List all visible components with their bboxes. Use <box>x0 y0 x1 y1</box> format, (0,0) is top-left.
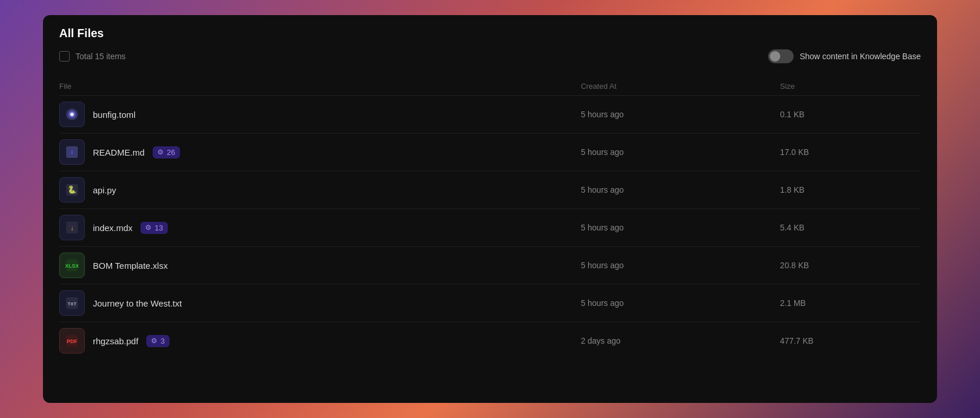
file-size: 2.1 MB <box>780 284 921 322</box>
badge-icon: ⚙ <box>151 337 157 345</box>
file-created-at: 2 days ago <box>575 322 780 360</box>
file-size: 477.7 KB <box>780 322 921 360</box>
col-header-size: Size <box>780 77 921 96</box>
table-row[interactable]: TXT Journey to the West.txt 5 hours ago2… <box>59 284 921 322</box>
file-badge: ⚙26 <box>153 146 179 158</box>
badge-count: 3 <box>160 337 164 345</box>
table-row[interactable]: XLSX BOM Template.xlsx 5 hours ago20.8 K… <box>59 247 921 284</box>
table-row[interactable]: 🐍 api.py 5 hours ago1.8 KB <box>59 171 921 209</box>
toggle-label: Show content in Knowledge Base <box>799 52 921 61</box>
header: All Files Total 15 items Show content in… <box>43 15 937 77</box>
svg-text:PDF: PDF <box>67 338 78 344</box>
file-size: 5.4 KB <box>780 209 921 247</box>
col-header-created: Created At <box>575 77 780 96</box>
table-row[interactable]: bunfig.toml 5 hours ago0.1 KB <box>59 96 921 134</box>
file-icon-mdx: ↓ <box>59 215 85 240</box>
svg-text:XLSX: XLSX <box>65 263 79 269</box>
file-badge: ⚙3 <box>146 335 169 347</box>
file-size: 1.8 KB <box>780 171 921 209</box>
total-items-area: Total 15 items <box>59 51 125 62</box>
file-name: bunfig.toml <box>93 110 135 120</box>
page-title: All Files <box>59 27 921 40</box>
main-window: All Files Total 15 items Show content in… <box>43 15 937 403</box>
file-icon-py: 🐍 <box>59 177 85 203</box>
badge-icon: ⚙ <box>157 148 164 156</box>
file-icon-toml <box>59 102 85 127</box>
file-icon-md: i <box>59 139 85 165</box>
file-created-at: 5 hours ago <box>575 209 780 247</box>
file-size: 17.0 KB <box>780 134 921 171</box>
files-table: File Created At Size bunfig.toml 5 hours… <box>59 77 921 359</box>
badge-count: 13 <box>154 224 163 232</box>
file-size: 0.1 KB <box>780 96 921 134</box>
svg-text:↓: ↓ <box>70 224 74 232</box>
table-row[interactable]: i README.md ⚙26 5 hours ago17.0 KB <box>59 134 921 171</box>
file-created-at: 5 hours ago <box>575 284 780 322</box>
file-icon-xlsx: XLSX <box>59 253 85 278</box>
table-row[interactable]: PDF rhgzsab.pdf ⚙3 2 days ago477.7 KB <box>59 322 921 360</box>
table-container: File Created At Size bunfig.toml 5 hours… <box>43 77 937 403</box>
file-name: Journey to the West.txt <box>93 298 182 308</box>
file-name: rhgzsab.pdf <box>93 336 138 346</box>
file-created-at: 5 hours ago <box>575 96 780 134</box>
file-icon-txt: TXT <box>59 290 85 316</box>
svg-point-2 <box>70 113 74 116</box>
toggle-area: Show content in Knowledge Base <box>768 49 921 63</box>
svg-text:TXT: TXT <box>67 301 76 307</box>
file-name: BOM Template.xlsx <box>93 261 168 271</box>
file-name: api.py <box>93 185 116 195</box>
file-created-at: 5 hours ago <box>575 134 780 171</box>
select-all-checkbox[interactable] <box>59 51 70 62</box>
file-badge: ⚙13 <box>140 222 167 234</box>
file-icon-pdf: PDF <box>59 328 85 354</box>
total-items-label: Total 15 items <box>75 52 125 61</box>
svg-text:i: i <box>71 149 73 156</box>
badge-icon: ⚙ <box>145 224 152 232</box>
file-created-at: 5 hours ago <box>575 171 780 209</box>
table-row[interactable]: ↓ index.mdx ⚙13 5 hours ago5.4 KB <box>59 209 921 247</box>
file-created-at: 5 hours ago <box>575 247 780 284</box>
table-header-row: File Created At Size <box>59 77 921 96</box>
toolbar: Total 15 items Show content in Knowledge… <box>59 49 921 69</box>
col-header-file: File <box>59 77 575 96</box>
badge-count: 26 <box>167 148 175 157</box>
knowledge-base-toggle[interactable] <box>768 49 794 63</box>
file-size: 20.8 KB <box>780 247 921 284</box>
file-name: index.mdx <box>93 223 132 233</box>
file-name: README.md <box>93 147 145 157</box>
svg-text:🐍: 🐍 <box>67 185 77 194</box>
